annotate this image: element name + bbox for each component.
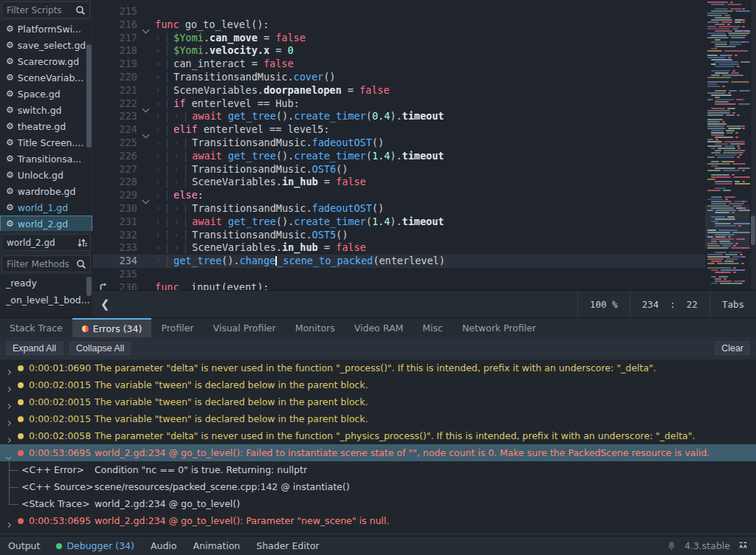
code-line[interactable]: 234›|get_tree().change_scene_to_packed(e… xyxy=(93,255,756,268)
code-line[interactable]: 215 xyxy=(93,5,756,18)
code-line[interactable]: 236func _input(event): xyxy=(93,281,756,290)
method-list-scrollbar[interactable] xyxy=(86,277,92,296)
script-item[interactable]: ⚙PlatformSwi... xyxy=(0,21,92,37)
script-item[interactable]: ⚙theatre.gd xyxy=(0,118,92,134)
line-number[interactable]: 231 xyxy=(93,216,137,229)
code-line[interactable]: 222›|if enterlevel == Hub: xyxy=(93,97,756,111)
code-line[interactable]: 233›|›|SceneVariables.in_hub = false xyxy=(93,241,756,255)
bottom-panel-output[interactable]: Output xyxy=(0,537,48,555)
error-row[interactable]: 0:00:02:0015The variable "tween" is decl… xyxy=(0,410,756,427)
script-item[interactable]: ⚙world_1.gd xyxy=(0,199,92,216)
error-row[interactable]: 0:00:53:0695world_2.gd:234 @ go_to_level… xyxy=(0,444,756,461)
fold-arrow-icon[interactable] xyxy=(142,97,152,111)
zoom-level[interactable]: 100 % xyxy=(577,291,630,317)
collapse-row-icon[interactable] xyxy=(7,450,10,461)
debugger-tab-misc[interactable]: Misc xyxy=(413,318,453,337)
line-number[interactable]: 222 xyxy=(93,97,137,111)
script-item[interactable]: ⚙switch.gd xyxy=(0,102,92,118)
expand-all-button[interactable]: Expand All xyxy=(4,340,64,356)
line-number[interactable]: 225 xyxy=(93,137,137,150)
script-item[interactable]: ⚙save_select.gd xyxy=(0,37,92,53)
expand-row-icon[interactable] xyxy=(7,433,10,444)
bottom-panel-shader-editor[interactable]: Shader Editor xyxy=(248,537,327,555)
code-line[interactable]: 227›|›|TransitionsandMusic.OST6() xyxy=(93,163,756,176)
collapse-scripts-panel-button[interactable]: ❮ xyxy=(100,297,110,311)
line-number[interactable]: 219 xyxy=(93,58,137,71)
line-number[interactable]: 230 xyxy=(93,202,137,216)
editor-scrollbar[interactable] xyxy=(750,0,756,290)
debugger-tab-video-ram[interactable]: Video RAM xyxy=(345,318,413,337)
code-line[interactable]: 221›|SceneVariables.doorpanelopen = fals… xyxy=(93,84,756,97)
script-item[interactable]: ⚙Unlock.gd xyxy=(0,167,92,183)
code-line[interactable]: 229›|else: xyxy=(93,189,756,202)
line-number[interactable]: 217 xyxy=(93,32,137,45)
method-item[interactable]: _on_level_1_bod... xyxy=(0,292,92,308)
minimap[interactable] xyxy=(705,0,749,290)
debugger-tab-profiler[interactable]: Profiler xyxy=(151,318,203,337)
minimap-viewport[interactable] xyxy=(705,205,749,248)
code-editor[interactable]: 215216func go_to_level():217›|$Yomi.can_… xyxy=(93,0,756,290)
script-item[interactable]: ⚙Transitionsa... xyxy=(0,151,92,167)
line-number[interactable]: 229 xyxy=(93,189,137,202)
method-item[interactable]: _ready xyxy=(0,275,92,292)
code-line[interactable]: 224›|elif enterlevel == level5: xyxy=(93,123,756,137)
code-line[interactable]: 219›|can_interact = false xyxy=(93,58,756,71)
code-line[interactable]: 235 xyxy=(93,268,756,281)
script-item[interactable]: ⚙Scarecrow.gd xyxy=(0,53,92,69)
line-number[interactable]: 232 xyxy=(93,229,137,242)
code-line[interactable]: 232›|›|TransitionsandMusic.OST5() xyxy=(93,229,756,242)
error-row[interactable]: 0:00:53:0695world_2.gd:234 @ go_to_level… xyxy=(0,512,756,529)
code-line[interactable]: 225›|›|TransitionsandMusic.fadeoutOST() xyxy=(93,137,756,150)
filter-methods-input[interactable] xyxy=(2,259,75,269)
debugger-tab-errors-34[interactable]: Errors (34) xyxy=(72,318,152,337)
error-detail-row[interactable]: <C++ Source>scene/resources/packed_scene… xyxy=(0,478,756,495)
line-number[interactable]: 221 xyxy=(93,84,137,97)
error-row[interactable]: 0:00:02:0015The variable "tween" is decl… xyxy=(0,376,756,393)
editor-scrollbar-grabber[interactable] xyxy=(751,216,755,245)
error-row[interactable]: 0:00:01:0690The parameter "delta" is nev… xyxy=(0,359,756,376)
error-row[interactable]: 0:00:02:0015The variable "tween" is decl… xyxy=(0,393,756,410)
code-line[interactable]: 218›|$Yomi.velocity.x = 0 xyxy=(93,44,756,58)
expand-row-icon[interactable] xyxy=(7,518,10,529)
debugger-tab-monitors[interactable]: Monitors xyxy=(286,318,345,337)
line-number[interactable]: 223 xyxy=(93,110,137,123)
filter-scripts-input[interactable] xyxy=(2,5,75,15)
line-number[interactable]: 220 xyxy=(93,71,137,84)
filter-scripts-box[interactable] xyxy=(1,1,90,18)
script-item[interactable]: ⚙SceneVariab... xyxy=(0,69,92,86)
expand-row-icon[interactable] xyxy=(7,365,10,376)
code-line[interactable]: 216func go_to_level(): xyxy=(93,18,756,32)
line-number[interactable]: 236 xyxy=(93,281,137,290)
fold-arrow-icon[interactable] xyxy=(142,189,152,202)
expand-row-icon[interactable] xyxy=(7,416,10,427)
code-line[interactable]: 231›|›|await get_tree().create_timer(1.4… xyxy=(93,216,756,229)
code-line[interactable]: 226›|›|await get_tree().create_timer(1.4… xyxy=(93,150,756,163)
script-item[interactable]: ⚙wardrobe.gd xyxy=(0,183,92,199)
debugger-tab-stack-trace[interactable]: Stack Trace xyxy=(0,318,72,337)
bottom-panel-audio[interactable]: Audio xyxy=(142,537,185,555)
clear-button[interactable]: Clear xyxy=(713,340,752,356)
bottom-panel-debugger-34[interactable]: Debugger (34) xyxy=(48,537,142,555)
code-line[interactable]: 228›|›|SceneVariables.in_hub = false xyxy=(93,176,756,189)
error-detail-row[interactable]: <C++ Error>Condition "nc == 0" is true. … xyxy=(0,461,756,478)
fold-arrow-icon[interactable] xyxy=(142,18,152,32)
script-item[interactable]: ⚙Space.gd xyxy=(0,86,92,102)
collapse-all-button[interactable]: Collapse All xyxy=(68,340,132,356)
notification-bell-icon[interactable] xyxy=(666,540,677,551)
line-number[interactable]: 227 xyxy=(93,163,137,176)
current-script-field[interactable]: world_2.gd xyxy=(1,234,91,251)
line-number[interactable]: 218 xyxy=(93,44,137,58)
line-number[interactable]: 226 xyxy=(93,150,137,163)
script-item[interactable]: ⚙Title Screen.... xyxy=(0,134,92,151)
sort-methods-icon[interactable] xyxy=(76,237,88,249)
error-row[interactable]: 0:00:02:0058The parameter "delta" is nev… xyxy=(0,427,756,444)
code-line[interactable]: 230›|›|TransitionsandMusic.fadeoutOST() xyxy=(93,202,756,216)
debugger-tab-visual-profiler[interactable]: Visual Profiler xyxy=(203,318,285,337)
error-detail-row[interactable]: <Stack Trace>world_2.gd:234 @ go_to_leve… xyxy=(0,495,756,512)
fold-arrow-icon[interactable] xyxy=(142,281,152,290)
expand-row-icon[interactable] xyxy=(7,382,10,393)
debugger-tab-network-profiler[interactable]: Network Profiler xyxy=(453,318,546,337)
code-line[interactable]: 217›|$Yomi.can_move = false xyxy=(93,32,756,45)
code-line[interactable]: 223›|›|await get_tree().create_timer(0.4… xyxy=(93,110,756,123)
script-item[interactable]: ⚙world_2.gd xyxy=(0,216,92,231)
